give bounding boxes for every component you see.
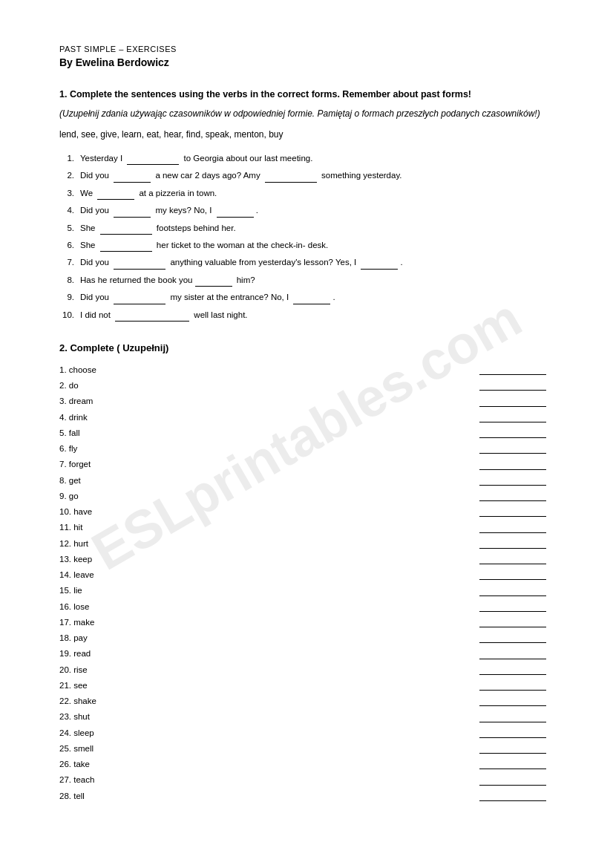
- word-5: 5. fall: [59, 427, 208, 440]
- word-4: 4. drink: [59, 411, 208, 424]
- answer-line-19: [479, 650, 546, 659]
- word-9: 9. go: [59, 490, 208, 503]
- word-21: 21. see: [59, 679, 208, 692]
- list-item-7: 7. forget: [59, 458, 554, 471]
- answer-line-10: [479, 507, 546, 517]
- sentence-2: 2. Did you a new car 2 days ago? Amy som…: [59, 169, 554, 182]
- list-item-20: 20. rise: [59, 664, 554, 676]
- list-item-2: 2. do: [59, 379, 554, 392]
- answer-line-26: [479, 760, 546, 769]
- word-26: 26. take: [59, 758, 208, 771]
- list-item-13: 13. keep: [59, 553, 554, 566]
- word-12: 12. hurt: [59, 538, 208, 550]
- word-15: 15. lie: [59, 584, 208, 597]
- author: By Ewelina Berdowicz: [59, 56, 554, 68]
- subtitle: PAST SIMPLE – EXERCISES: [59, 45, 554, 53]
- answer-line-16: [479, 602, 546, 612]
- answer-line-12: [479, 539, 546, 549]
- list-item-3: 3. dream: [59, 395, 554, 408]
- word-24: 24. sleep: [59, 727, 208, 740]
- blank-6-1: [100, 241, 152, 252]
- word-7: 7. forget: [59, 458, 208, 471]
- word-2: 2. do: [59, 379, 208, 392]
- answer-line-25: [479, 744, 546, 754]
- word-22: 22. shake: [59, 695, 208, 708]
- blank-9-1: [114, 294, 165, 304]
- word-6: 6. fly: [59, 443, 208, 455]
- answer-line-3: [479, 397, 546, 407]
- list-item-12: 12. hurt: [59, 538, 554, 550]
- blank-5-1: [100, 224, 152, 235]
- answer-line-24: [479, 728, 546, 738]
- list-item-8: 8. get: [59, 474, 554, 487]
- section2-title: 2. Complete ( Uzupełnij): [59, 342, 554, 353]
- list-item-6: 6. fly: [59, 443, 554, 455]
- word-1: 1. choose: [59, 364, 208, 376]
- verb-list: lend, see, give, learn, eat, hear, find,…: [59, 129, 554, 140]
- list-item-14: 14. leave: [59, 569, 554, 581]
- blank-9-2: [293, 294, 330, 304]
- blank-3-1: [97, 189, 134, 200]
- word-16: 16. lose: [59, 601, 208, 613]
- blank-2-2: [265, 172, 317, 183]
- blank-7-2: [361, 259, 398, 270]
- answer-line-5: [479, 428, 546, 438]
- list-item-25: 25. smell: [59, 743, 554, 755]
- answer-line-17: [479, 618, 546, 627]
- blank-7-1: [114, 259, 165, 270]
- answer-line-14: [479, 570, 546, 580]
- word-13: 13. keep: [59, 553, 208, 566]
- sentence-1: 1. Yesterday I to Georgia about our last…: [59, 151, 554, 165]
- answer-line-22: [479, 696, 546, 706]
- complete-list: 1. choose2. do3. dream4. drink5. fall6. …: [59, 364, 554, 803]
- list-item-5: 5. fall: [59, 427, 554, 440]
- word-3: 3. dream: [59, 395, 208, 408]
- word-17: 17. make: [59, 616, 208, 629]
- section1-title: 1. Complete the sentences using the verb…: [59, 89, 554, 99]
- answer-line-28: [479, 792, 546, 801]
- word-20: 20. rise: [59, 664, 208, 676]
- answer-line-21: [479, 681, 546, 691]
- list-item-10: 10. have: [59, 506, 554, 518]
- sentence-4: 4. Did you my keys? No, I .: [59, 203, 554, 217]
- word-14: 14. leave: [59, 569, 208, 581]
- sentence-6: 6. She her ticket to the woman at the ch…: [59, 238, 554, 252]
- answer-line-9: [479, 492, 546, 501]
- word-10: 10. have: [59, 506, 208, 518]
- word-23: 23. shut: [59, 711, 208, 723]
- answer-line-8: [479, 476, 546, 486]
- sentence-10: 10. I did not well last night.: [59, 308, 554, 322]
- word-8: 8. get: [59, 474, 208, 487]
- list-item-26: 26. take: [59, 758, 554, 771]
- answer-line-11: [479, 523, 546, 533]
- sentences-list: 1. Yesterday I to Georgia about our last…: [59, 151, 554, 322]
- answer-line-7: [479, 460, 546, 470]
- blank-4-2: [217, 207, 254, 218]
- sentence-8: 8. Has he returned the book you him?: [59, 273, 554, 287]
- list-item-1: 1. choose: [59, 364, 554, 376]
- answer-line-2: [479, 381, 546, 391]
- word-28: 28. tell: [59, 790, 208, 803]
- blank-8-1: [195, 276, 232, 287]
- answer-line-1: [479, 365, 546, 375]
- list-item-15: 15. lie: [59, 584, 554, 597]
- blank-2-1: [114, 172, 151, 183]
- list-item-22: 22. shake: [59, 695, 554, 708]
- word-27: 27. teach: [59, 774, 208, 786]
- list-item-18: 18. pay: [59, 632, 554, 645]
- blank-4-1: [114, 207, 151, 218]
- list-item-17: 17. make: [59, 616, 554, 629]
- list-item-28: 28. tell: [59, 790, 554, 803]
- blank-1-1: [127, 154, 179, 165]
- word-11: 11. hit: [59, 521, 208, 534]
- answer-line-15: [479, 587, 546, 596]
- list-item-21: 21. see: [59, 679, 554, 692]
- answer-line-18: [479, 633, 546, 643]
- answer-line-4: [479, 413, 546, 422]
- list-item-11: 11. hit: [59, 521, 554, 534]
- list-item-19: 19. read: [59, 647, 554, 660]
- word-18: 18. pay: [59, 632, 208, 645]
- sentence-5: 5. She footsteps behind her.: [59, 221, 554, 235]
- list-item-24: 24. sleep: [59, 727, 554, 740]
- sentence-7: 7. Did you anything valuable from yester…: [59, 255, 554, 269]
